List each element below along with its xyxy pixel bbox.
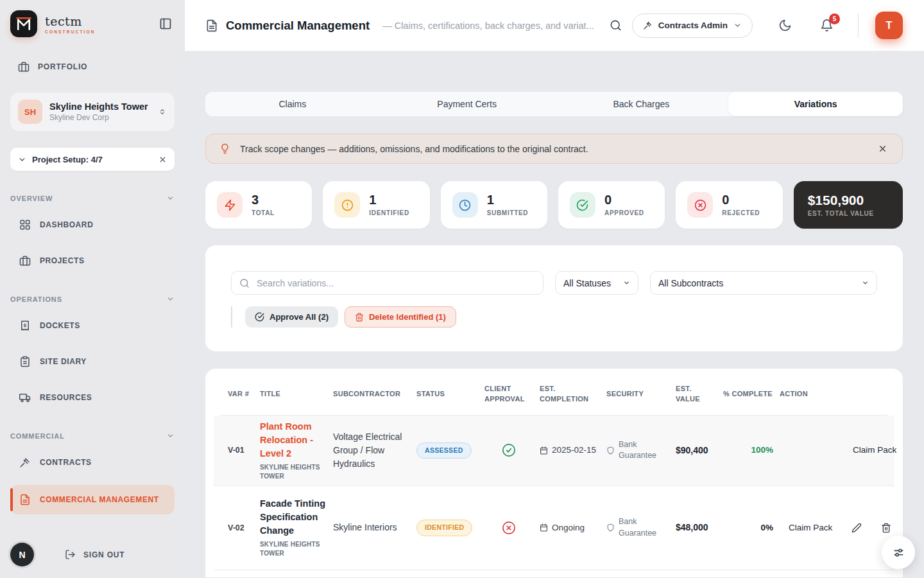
claim-pack-link[interactable]: Claim Pack: [853, 444, 896, 457]
user-avatar[interactable]: N: [10, 543, 34, 566]
project-setup-banner[interactable]: Project Setup: 4/7: [10, 148, 175, 171]
stat-value: 3: [252, 193, 275, 206]
stat-card-est-total-value: $150,900EST. TOTAL VALUE: [794, 181, 903, 229]
security-cell: Bank Guarantee: [619, 516, 669, 539]
stat-card-identified: 1IDENTIFIED: [323, 181, 429, 229]
subcontract-filter-select[interactable]: All Subcontracts: [650, 271, 877, 295]
sidebar-item-portfolio[interactable]: PORTFOLIO: [10, 54, 175, 80]
chevron-down-icon: [623, 279, 630, 286]
table-settings-fab[interactable]: [882, 536, 915, 569]
stat-label: REJECTED: [722, 209, 760, 216]
column-header-client-approval: CLIENT APPROVAL: [484, 384, 533, 405]
project-company: Skyline Dev Corp: [49, 113, 148, 122]
est-value-cell: $90,400: [676, 444, 717, 457]
edit-icon[interactable]: [851, 523, 862, 533]
section-label-text: COMMERCIAL: [10, 432, 65, 440]
subcontractor-cell: Voltage Electrical Group / Flow Hydrauli…: [333, 430, 410, 471]
status-filter-select[interactable]: All Statuses: [555, 271, 638, 295]
page-subtitle: — Claims, certifications, back charges, …: [382, 21, 594, 31]
dark-mode-toggle[interactable]: [774, 15, 796, 36]
variation-project: SKYLINE HEIGHTS TOWER: [260, 463, 327, 481]
stat-card-submitted: 1SUBMITTED: [441, 181, 547, 229]
sign-out-label: SIGN OUT: [83, 550, 124, 559]
table-row: V-01 Plant Room Relocation - Level 2 SKY…: [214, 416, 894, 486]
column-header-subcontractor: SUBCONTRACTOR: [333, 389, 410, 399]
trash-icon[interactable]: [881, 523, 891, 533]
sign-out-button[interactable]: SIGN OUT: [65, 549, 124, 560]
var-number: V-01: [228, 444, 253, 457]
sidebar-item-contracts[interactable]: CONTRACTS: [10, 449, 175, 476]
status-badge: ASSESSED: [416, 442, 472, 459]
sidebar-section-operations[interactable]: OPERATIONS: [10, 295, 175, 303]
truck-icon: [19, 392, 31, 403]
stat-value: $150,900: [808, 193, 874, 207]
sidebar-collapse-button[interactable]: [157, 15, 175, 33]
column-header-status: STATUS: [416, 389, 478, 399]
security-cell: Bank Guarantee: [619, 439, 669, 462]
chevron-down-icon: [166, 295, 175, 303]
bulk-actions: Approve All (2) Delete Identified (1): [231, 306, 877, 328]
sidebar-item-label: RESOURCES: [40, 393, 92, 402]
top-header: Commercial Management — Claims, certific…: [185, 0, 924, 51]
column-header-est-value: EST. VALUE: [676, 384, 717, 405]
role-selector[interactable]: Contracts Admin: [632, 13, 753, 38]
pct-complete-cell: 0%: [723, 521, 773, 534]
sidebar-item-commercial-management[interactable]: COMMERCIAL MANAGEMENT: [10, 485, 175, 514]
role-selector-value: Contracts Admin: [658, 21, 728, 30]
stat-value: 0: [722, 193, 760, 206]
subcontract-filter-value: All Subcontracts: [658, 278, 723, 288]
clock-icon: [452, 192, 478, 218]
header-title-group: Commercial Management — Claims, certific…: [205, 18, 623, 33]
tab-back-charges[interactable]: Back Charges: [554, 92, 729, 116]
stat-value: 1: [369, 193, 409, 206]
stat-label: TOTAL: [252, 209, 275, 216]
variation-title-link[interactable]: Facade Tinting Specification Change: [260, 497, 327, 538]
briefcase-icon: [18, 61, 30, 73]
stat-label: EST. TOTAL VALUE: [808, 210, 874, 217]
notifications-button[interactable]: 5: [816, 15, 837, 36]
sidebar-item-label: PROJECTS: [40, 256, 84, 265]
header-search-button[interactable]: [608, 18, 623, 33]
sidebar-item-projects[interactable]: PROJECTS: [10, 247, 175, 274]
close-icon[interactable]: [158, 155, 167, 164]
claim-pack-link[interactable]: Claim Pack: [789, 521, 832, 534]
sidebar-item-label: COMMERCIAL MANAGEMENT: [40, 495, 159, 504]
approve-all-button[interactable]: Approve All (2): [245, 306, 338, 328]
sliders-icon: [893, 547, 905, 559]
sidebar-section-commercial[interactable]: COMMERCIAL: [10, 432, 175, 440]
variation-title-link[interactable]: Plant Room Relocation - Level 2: [260, 420, 327, 460]
sidebar-item-site-diary[interactable]: SITE DIARY: [10, 348, 175, 375]
banner-close-icon[interactable]: [877, 143, 889, 155]
check-circle-icon: [255, 312, 264, 322]
account-avatar[interactable]: T: [875, 12, 903, 39]
sidebar-item-dashboard[interactable]: DASHBOARD: [10, 211, 175, 238]
delete-identified-button[interactable]: Delete Identified (1): [345, 306, 456, 328]
tab-payment-certs[interactable]: Payment Certs: [380, 92, 554, 116]
est-value-cell: $48,000: [676, 521, 717, 534]
pct-complete-cell: 100%: [723, 444, 773, 457]
var-number: V-02: [228, 522, 253, 534]
zap-icon: [217, 192, 243, 218]
search-input[interactable]: [255, 277, 535, 289]
sidebar-item-dockets[interactable]: $ DOCKETS: [10, 312, 175, 339]
stat-card-total: 3TOTAL: [205, 181, 312, 229]
subcontractor-cell: Skyline Interiors: [333, 521, 410, 534]
header-divider: [858, 13, 859, 38]
project-selector[interactable]: SH Skyline Heights Tower Skyline Dev Cor…: [10, 92, 175, 131]
tab-variations[interactable]: Variations: [728, 92, 903, 116]
variations-search: [231, 271, 543, 295]
column-header-title: TITLE: [260, 389, 327, 399]
project-info: Skyline Heights Tower Skyline Dev Corp: [49, 101, 148, 122]
brand-text: tectm CONSTRUCTION: [45, 14, 96, 34]
brand-logo-icon: [10, 10, 37, 37]
sidebar-item-resources[interactable]: RESOURCES: [10, 384, 175, 411]
sidebar-section-overview[interactable]: OVERVIEW: [10, 194, 175, 202]
alert-circle-icon: [334, 192, 360, 218]
sidebar-item-label: SITE DIARY: [40, 357, 87, 366]
stat-value: 1: [487, 193, 529, 206]
receipt-dollar-icon: $: [19, 320, 31, 331]
stats-row: 3TOTAL 1IDENTIFIED 1SUBMITTED 0APPROVED …: [205, 181, 903, 229]
tab-claims[interactable]: Claims: [205, 92, 380, 116]
rejected-x-icon: [502, 521, 516, 535]
gavel-icon: [19, 457, 31, 468]
